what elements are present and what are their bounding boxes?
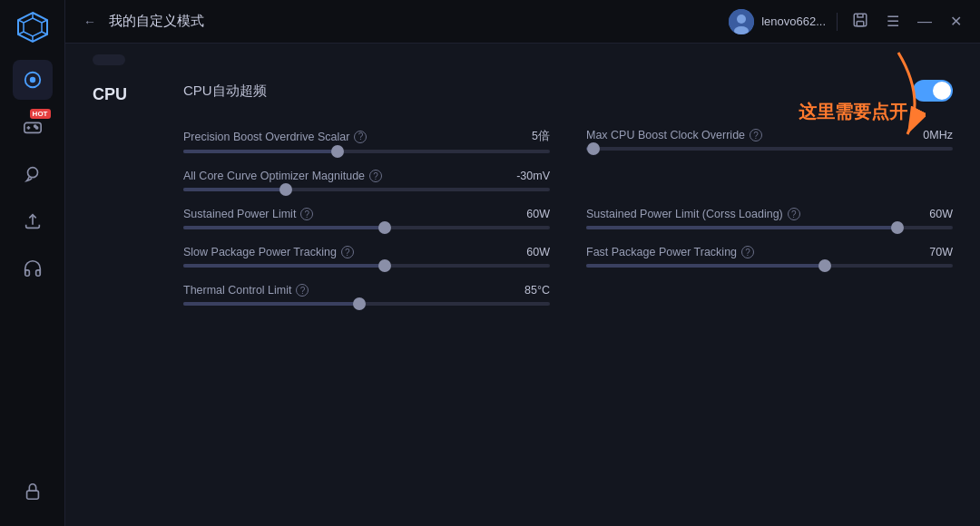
slider-sustained-power-cross-value: 60W (929, 208, 953, 220)
slider-max-cpu-boost-value: 0MHz (923, 129, 953, 141)
slider-sustained-power-cross-label: Sustained Power Limit (Corss Loading) ? (586, 208, 800, 220)
slider-fast-package-track[interactable] (586, 264, 953, 268)
slider-max-cpu-boost-label: Max CPU Boost Clock Override ? (586, 129, 762, 141)
thermal-control-help-icon[interactable]: ? (296, 284, 309, 297)
slider-fast-package: Fast Package Power Tracking ? 70W (586, 246, 953, 268)
slider-thermal-control-fill (183, 302, 359, 306)
slider-precision-boost-track[interactable] (183, 150, 550, 153)
cpu-header: CPU自动超频 (183, 80, 953, 111)
slider-slow-package-header: Slow Package Power Tracking ? 60W (183, 246, 550, 258)
slider-slow-package-value: 60W (526, 246, 550, 258)
slider-all-core-curve-track[interactable] (183, 188, 550, 191)
slider-thermal-control-thumb[interactable] (353, 297, 366, 310)
sidebar-item-headset[interactable] (13, 248, 53, 288)
topbar-divider (837, 13, 838, 31)
svg-marker-1 (24, 18, 42, 36)
sidebar-item-chat[interactable] (13, 154, 53, 194)
slider-thermal-control-track[interactable] (183, 302, 550, 306)
slider-slow-package-label: Slow Package Power Tracking ? (183, 246, 354, 258)
cpu-auto-label: CPU自动超频 (183, 83, 267, 100)
main-content: ← 我的自定义模式 lenovo662... (65, 0, 980, 526)
top-partial (93, 44, 980, 73)
empty-col (586, 170, 953, 191)
slider-thermal-control: Thermal Control Limit ? 85°C (183, 284, 550, 306)
slider-precision-boost-thumb[interactable] (331, 145, 344, 158)
slider-sustained-power-cross-track[interactable] (586, 226, 953, 229)
slider-sustained-power-track[interactable] (183, 226, 550, 229)
breadcrumb-title: 我的自定义模式 (109, 13, 204, 30)
sustained-power-cross-help-icon[interactable]: ? (788, 208, 800, 220)
slider-slow-package-thumb[interactable] (378, 259, 391, 272)
fast-package-help-icon[interactable]: ? (741, 246, 754, 258)
sidebar: HOT (0, 0, 65, 526)
sidebar-item-upload[interactable] (13, 201, 53, 241)
content-area: CPU CPU自动超频 (65, 44, 980, 526)
slider-all-core-curve-thumb[interactable] (279, 183, 292, 196)
precision-boost-help-icon[interactable]: ? (354, 131, 367, 143)
slider-max-cpu-boost: Max CPU Boost Clock Override ? 0MHz (586, 129, 953, 153)
slider-fast-package-header: Fast Package Power Tracking ? 70W (586, 246, 953, 258)
slider-fast-package-fill (586, 264, 825, 268)
slider-max-cpu-boost-track[interactable] (586, 147, 953, 151)
slider-slow-package: Slow Package Power Tracking ? 60W (183, 246, 550, 268)
slider-precision-boost-header: Precision Boost Overdrive Scalar ? 5倍 (183, 129, 550, 144)
svg-point-19 (737, 15, 746, 24)
sustained-power-help-icon[interactable]: ? (300, 208, 313, 220)
slow-package-help-icon[interactable]: ? (341, 246, 354, 258)
minimize-icon[interactable]: — (914, 10, 936, 34)
slider-precision-boost-label: Precision Boost Overdrive Scalar ? (183, 131, 367, 143)
slider-thermal-control-label: Thermal Control Limit ? (183, 284, 309, 297)
slider-precision-boost-value: 5倍 (532, 129, 550, 144)
slider-fast-package-thumb[interactable] (818, 259, 831, 272)
slider-sustained-power-label: Sustained Power Limit ? (183, 208, 313, 220)
all-core-curve-help-icon[interactable]: ? (369, 170, 382, 182)
topbar-left: ← 我的自定义模式 (83, 13, 204, 30)
slider-fast-package-value: 70W (929, 246, 953, 258)
slider-sustained-power-header: Sustained Power Limit ? 60W (183, 208, 550, 220)
slider-max-cpu-boost-header: Max CPU Boost Clock Override ? 0MHz (586, 129, 953, 141)
slider-sustained-power: Sustained Power Limit ? 60W (183, 208, 550, 229)
toggle-thumb (933, 82, 951, 100)
user-info: lenovo662... (729, 9, 826, 34)
slider-sustained-power-cross-header: Sustained Power Limit (Corss Loading) ? … (586, 208, 953, 220)
section-label: CPU (93, 80, 183, 306)
user-avatar (729, 9, 754, 34)
svg-point-14 (35, 127, 37, 129)
sidebar-item-monitor[interactable] (13, 60, 53, 100)
save-icon[interactable] (848, 8, 872, 35)
slider-sustained-power-cross-thumb[interactable] (891, 221, 904, 234)
slider-fast-package-label: Fast Package Power Tracking ? (586, 246, 754, 258)
app-logo[interactable] (15, 9, 51, 45)
slider-sustained-power-thumb[interactable] (378, 221, 391, 234)
slider-slow-package-fill (183, 264, 385, 268)
slider-precision-boost-fill (183, 150, 338, 153)
slider-sustained-power-cross: Sustained Power Limit (Corss Loading) ? … (586, 208, 953, 229)
topbar: ← 我的自定义模式 lenovo662... (65, 0, 980, 44)
menu-icon[interactable]: ☰ (883, 9, 903, 34)
svg-point-9 (29, 77, 34, 83)
slider-slow-package-track[interactable] (183, 264, 550, 268)
svg-point-15 (27, 168, 37, 178)
sidebar-item-lock[interactable] (13, 472, 53, 511)
slider-max-cpu-boost-thumb[interactable] (587, 142, 600, 155)
back-button[interactable]: ← (83, 15, 96, 29)
slider-sustained-power-fill (183, 226, 385, 229)
slider-thermal-control-header: Thermal Control Limit ? 85°C (183, 284, 550, 297)
top-partial-box (93, 54, 125, 65)
sidebar-item-gamepad[interactable]: HOT (13, 107, 53, 147)
close-icon[interactable]: ✕ (946, 9, 965, 34)
toggle-container (913, 80, 953, 102)
slider-all-core-curve-label: All Core Curve Optimizer Magnitude ? (183, 170, 382, 182)
slider-precision-boost: Precision Boost Overdrive Scalar ? 5倍 (183, 129, 550, 153)
slider-all-core-curve: All Core Curve Optimizer Magnitude ? -30… (183, 170, 550, 191)
hot-badge: HOT (30, 109, 51, 119)
max-cpu-boost-help-icon[interactable]: ? (750, 129, 762, 141)
slider-thermal-control-value: 85°C (524, 284, 550, 297)
slider-all-core-curve-header: All Core Curve Optimizer Magnitude ? -30… (183, 170, 550, 182)
cpu-section: CPU CPU自动超频 (93, 80, 980, 306)
user-name: lenovo662... (761, 15, 826, 28)
svg-rect-21 (854, 14, 867, 26)
sliders-grid: Precision Boost Overdrive Scalar ? 5倍 (183, 129, 953, 306)
cpu-auto-toggle[interactable] (913, 80, 953, 102)
slider-sustained-power-value: 60W (526, 208, 550, 220)
